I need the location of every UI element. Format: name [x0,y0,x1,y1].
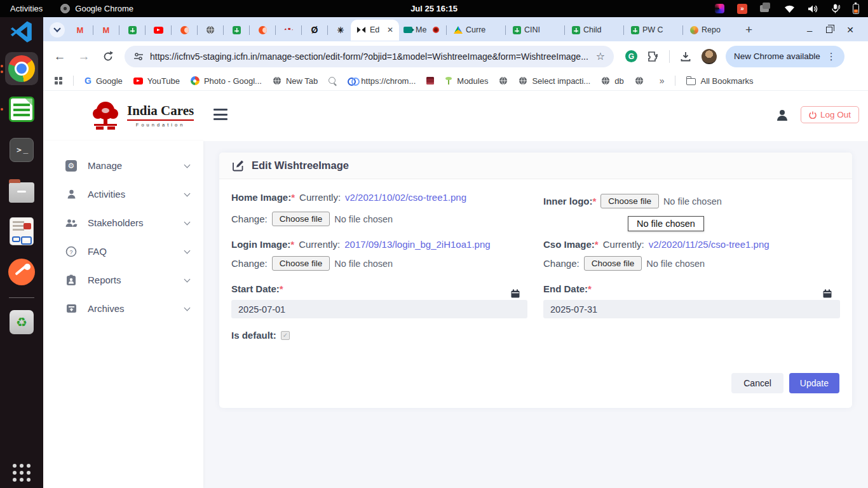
site-settings-icon[interactable] [133,52,144,61]
pinned-tab-sheets-2[interactable] [226,20,247,40]
profile-avatar[interactable] [702,49,717,64]
bookmark-new-tab[interactable]: New Tab [273,76,318,86]
no-file-chosen-text: No file chosen [646,259,705,269]
menu-kebab-icon[interactable]: ⋮ [827,51,836,62]
show-applications-button[interactable] [13,464,31,482]
pinned-tab-gmail-2[interactable]: M [96,20,116,40]
tab-google-drive[interactable]: Curre [449,20,503,41]
sidebar-item-activities[interactable]: Activities [43,180,203,208]
dock-item-postman[interactable] [5,255,38,288]
is-default-checkbox[interactable]: ✓ [281,331,290,340]
login-image-choose-file-button[interactable]: Choose file [272,256,330,271]
login-image-link[interactable]: 2017/09/13/login_bg_2iH1oa1.png [344,239,490,250]
pinned-tab-orange-2[interactable] [252,20,273,40]
bookmark-google-photos[interactable]: Photo - Googl... [191,76,262,86]
bookmark-label: New Tab [286,76,318,86]
bookmark-google[interactable]: G Google [85,76,123,86]
home-image-link[interactable]: v2/2021/10/02/cso-tree1.png [345,192,466,203]
update-button[interactable]: Update [789,373,839,393]
sidebar-item-archives[interactable]: Archives [43,294,203,323]
close-tab-icon[interactable]: ✕ [387,25,393,34]
screen-share-icon[interactable]: » [737,4,747,14]
pinned-tab-chatgpt[interactable]: ✳ [330,20,351,40]
pinned-tab-red-arc[interactable] [278,20,299,40]
tab-sheets-child[interactable]: Child [567,20,621,41]
pinned-tab-globe[interactable] [200,20,220,40]
brand-logo[interactable]: India Cares Foundation [89,100,194,130]
new-tab-button[interactable]: + [745,23,752,37]
bookmark-star-icon[interactable]: ☆ [596,50,605,62]
activities-button[interactable]: Activities [10,4,43,13]
bookmark-tile[interactable] [426,77,434,85]
reload-button[interactable] [100,50,116,63]
dock-item-chrome[interactable] [5,52,38,85]
bookmark-select-impact[interactable]: Select impacti... [519,76,590,86]
jetbrains-toolbox-icon[interactable] [715,4,724,13]
restore-window-icon[interactable] [826,27,832,33]
dock-item-vscode[interactable] [5,19,38,44]
address-bar[interactable]: https://icfnv5-staging.icfn.in/manage-se… [125,46,614,67]
downloads-icon[interactable] [680,51,691,62]
bookmark-modules[interactable]: Modules [445,76,488,86]
user-icon[interactable] [775,108,789,122]
pinned-tab-gmail-1[interactable]: M [70,20,90,40]
cso-image-link[interactable]: v2/2020/11/25/cso-tree1.png [649,239,770,250]
bookmark-chrome-link[interactable]: https://chrom... [348,76,416,86]
minimize-window-icon[interactable]: – [807,25,812,36]
cso-image-choose-file-button[interactable]: Choose file [584,256,642,271]
chat-icon[interactable] [760,5,769,12]
change-label: Change: [231,258,268,269]
start-date-input[interactable] [231,300,527,318]
focused-app-menu[interactable]: Google Chrome [60,4,133,13]
clock[interactable]: Jul 25 16:15 [410,4,458,13]
tab-search-button[interactable] [50,22,65,37]
chrome-update-button[interactable]: New Chrome available ⋮ [726,46,844,67]
sidebar-item-reports[interactable]: Reports [43,266,203,294]
inner-logo-choose-file-button[interactable]: Choose file [600,194,659,208]
calendar-icon[interactable] [823,289,832,298]
grammarly-icon[interactable]: G [625,50,637,62]
bookmarks-overflow-icon[interactable]: » [660,76,665,86]
wifi-icon[interactable] [784,4,795,13]
all-bookmarks-button[interactable]: All Bookmarks [686,76,753,86]
pinned-tab-youtube[interactable] [148,20,168,40]
bookmark-youtube[interactable]: YouTube [133,76,180,86]
pinned-tab-null[interactable]: Ø [304,20,325,40]
dock-item-document-viewer[interactable] [5,215,38,248]
forward-button[interactable]: → [76,50,92,64]
calendar-icon[interactable] [511,289,520,298]
sidebar-toggle-hamburger-icon[interactable] [214,109,227,120]
extensions-puzzle-icon[interactable] [648,51,659,62]
apps-grid-icon[interactable] [55,77,62,85]
microphone-icon[interactable] [831,4,840,13]
dock-item-terminal[interactable]: ＞_ [5,133,38,166]
cancel-button[interactable]: Cancel [731,373,783,393]
sidebar-item-faq[interactable]: ? FAQ [43,237,203,266]
tab-google-meet[interactable]: Me [399,20,444,41]
pinned-tab-sheets-1[interactable] [122,20,142,40]
url-text[interactable]: https://icfnv5-staging.icfn.in/manage-se… [150,51,590,62]
bookmark-search[interactable] [329,77,337,85]
battery-icon[interactable] [853,4,859,14]
volume-icon[interactable] [808,4,818,13]
close-window-icon[interactable]: ✕ [846,25,854,35]
sidebar-item-manage[interactable]: ⚙ Manage [43,151,203,180]
bookmark-globe-1[interactable] [499,76,508,85]
tab-edit-wishtreeimage-active[interactable]: Ed ✕ [351,20,399,41]
logout-button[interactable]: Log Out [801,106,859,123]
tab-sheets-pw[interactable]: PW C [627,20,680,41]
back-button[interactable]: ← [52,50,67,64]
bookmark-label: Photo - Googl... [204,76,262,86]
tab-sheets-cini[interactable]: CINI [508,20,562,41]
end-date-input[interactable] [543,300,840,318]
dock-item-trash[interactable]: ♻ [5,306,38,339]
sidebar-item-stakeholders[interactable]: Stakeholders [43,208,203,237]
tab-repo[interactable]: Repo [686,20,739,41]
home-image-choose-file-button[interactable]: Choose file [272,212,330,226]
dock-item-libreoffice-calc[interactable] [5,93,38,126]
bookmark-globe-2[interactable] [635,76,644,85]
dock-item-files[interactable] [5,174,38,207]
change-label: Change: [543,258,580,269]
bookmark-db[interactable]: db [601,76,623,86]
pinned-tab-orange-1[interactable] [174,20,194,40]
